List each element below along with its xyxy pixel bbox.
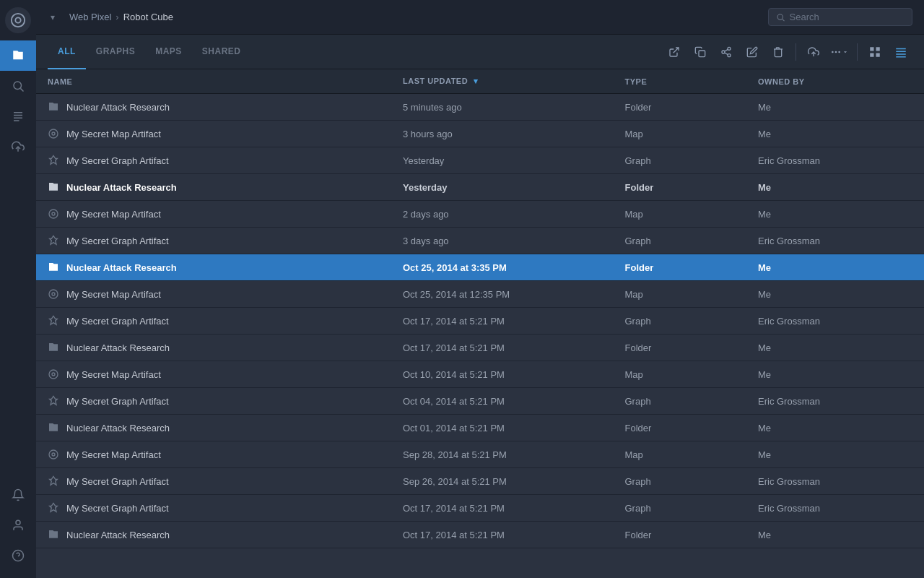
row-name-text: My Secret Map Artifact bbox=[66, 209, 161, 220]
row-name-text: My Secret Map Artifact bbox=[66, 129, 161, 139]
table-row[interactable]: My Secret Graph Artifact Oct 17, 2014 at… bbox=[36, 308, 924, 335]
toolbar: ALL GRAPHS MAPS SHARED bbox=[36, 35, 924, 69]
share-button[interactable] bbox=[715, 40, 738, 64]
table-row[interactable]: Nuclear Attack Research Oct 01, 2014 at … bbox=[36, 415, 924, 441]
svg-point-32 bbox=[52, 212, 55, 215]
logo-icon[interactable] bbox=[5, 7, 31, 33]
breadcrumb-separator: › bbox=[116, 12, 118, 22]
col-name: NAME bbox=[36, 69, 391, 94]
table-row[interactable]: Nuclear Attack Research Oct 25, 2014 at … bbox=[36, 254, 924, 281]
sidebar-item-search[interactable] bbox=[0, 71, 36, 101]
delete-button[interactable] bbox=[767, 40, 790, 64]
row-name-text: My Secret Graph Artifact bbox=[66, 236, 169, 246]
col-type: TYPE bbox=[614, 69, 747, 94]
upload-button[interactable] bbox=[802, 40, 825, 64]
project-dropdown-icon[interactable]: ▾ bbox=[51, 12, 55, 22]
row-owned-by: Me bbox=[746, 201, 924, 228]
search-input[interactable] bbox=[790, 12, 905, 22]
row-type: Map bbox=[614, 361, 747, 388]
row-owned-by: Eric Grossman bbox=[746, 308, 924, 335]
row-type: Folder bbox=[614, 254, 747, 281]
open-button[interactable] bbox=[663, 40, 686, 64]
folder-icon bbox=[48, 422, 59, 434]
row-type: Graph bbox=[614, 308, 747, 335]
sidebar-item-notifications[interactable] bbox=[0, 480, 36, 510]
table-row[interactable]: My Secret Map Artifact Oct 10, 2014 at 5… bbox=[36, 361, 924, 388]
sidebar bbox=[0, 0, 36, 578]
svg-rect-27 bbox=[896, 53, 906, 55]
table-row[interactable]: Nuclear Attack Research Yesterday Folder… bbox=[36, 174, 924, 201]
tab-graphs[interactable]: GRAPHS bbox=[86, 35, 145, 69]
row-name-text: Nuclear Attack Research bbox=[66, 262, 177, 273]
row-owned-by: Me bbox=[746, 415, 924, 441]
tab-shared[interactable]: SHARED bbox=[192, 35, 251, 69]
breadcrumb-web-pixel[interactable]: Web Pixel bbox=[69, 12, 111, 22]
svg-point-35 bbox=[49, 370, 58, 379]
sidebar-item-help[interactable] bbox=[0, 540, 36, 571]
row-last-updated: Sep 26, 2014 at 5:21 PM bbox=[391, 468, 614, 495]
table-row[interactable]: My Secret Map Artifact 2 days ago Map Me bbox=[36, 201, 924, 228]
table-row[interactable]: My Secret Map Artifact 3 hours ago Map M… bbox=[36, 121, 924, 147]
search-box[interactable] bbox=[768, 8, 912, 26]
sidebar-item-files[interactable] bbox=[0, 40, 36, 71]
row-last-updated: Oct 17, 2014 at 5:21 PM bbox=[391, 522, 614, 548]
row-owned-by: Me bbox=[746, 94, 924, 121]
table-row[interactable]: My Secret Graph Artifact 3 days ago Grap… bbox=[36, 228, 924, 254]
items-table: NAME LAST UPDATED ▾ TYPE OWNED BY Nuclea… bbox=[36, 69, 924, 548]
table-row[interactable]: Nuclear Attack Research Oct 17, 2014 at … bbox=[36, 522, 924, 548]
graph-icon bbox=[48, 155, 59, 166]
table-row[interactable]: My Secret Graph Artifact Oct 17, 2014 at… bbox=[36, 495, 924, 522]
table-row[interactable]: Nuclear Attack Research 5 minutes ago Fo… bbox=[36, 94, 924, 121]
row-owned-by: Me bbox=[746, 121, 924, 147]
graph-icon bbox=[48, 315, 59, 327]
svg-rect-26 bbox=[896, 51, 906, 52]
breadcrumb-robot-cube[interactable]: Robot Cube bbox=[123, 12, 173, 22]
sidebar-item-upload[interactable] bbox=[0, 131, 36, 162]
row-owned-by: Me bbox=[746, 441, 924, 468]
copy-button[interactable] bbox=[689, 40, 712, 64]
row-name-text: My Secret Graph Artifact bbox=[66, 396, 169, 407]
row-name-text: My Secret Map Artifact bbox=[66, 289, 161, 300]
row-last-updated: Yesterday bbox=[391, 147, 614, 174]
row-last-updated: Oct 25, 2014 at 12:35 PM bbox=[391, 281, 614, 308]
row-last-updated: 3 hours ago bbox=[391, 121, 614, 147]
row-owned-by: Eric Grossman bbox=[746, 495, 924, 522]
table-row[interactable]: Nuclear Attack Research Oct 17, 2014 at … bbox=[36, 335, 924, 361]
svg-point-20 bbox=[832, 51, 833, 52]
table-row[interactable]: My Secret Graph Artifact Yesterday Graph… bbox=[36, 147, 924, 174]
row-last-updated: 5 minutes ago bbox=[391, 94, 614, 121]
edit-button[interactable] bbox=[741, 40, 764, 64]
row-name-text: My Secret Graph Artifact bbox=[66, 503, 169, 514]
table-row[interactable]: My Secret Map Artifact Oct 25, 2014 at 1… bbox=[36, 281, 924, 308]
row-type: Graph bbox=[614, 388, 747, 415]
table-row[interactable]: My Secret Graph Artifact Oct 04, 2014 at… bbox=[36, 388, 924, 415]
header: ▾ Web Pixel › Robot Cube bbox=[36, 0, 924, 35]
row-name-text: Nuclear Attack Research bbox=[66, 102, 170, 113]
row-owned-by: Eric Grossman bbox=[746, 228, 924, 254]
sidebar-item-feed[interactable] bbox=[0, 101, 36, 131]
col-last-updated[interactable]: LAST UPDATED ▾ bbox=[391, 69, 614, 94]
sort-arrow-icon: ▾ bbox=[474, 77, 479, 85]
row-owned-by: Me bbox=[746, 254, 924, 281]
folder-icon bbox=[48, 262, 59, 273]
more-button[interactable] bbox=[828, 40, 851, 64]
tab-maps[interactable]: MAPS bbox=[145, 35, 192, 69]
tab-all[interactable]: ALL bbox=[48, 35, 86, 69]
row-last-updated: Oct 10, 2014 at 5:21 PM bbox=[391, 361, 614, 388]
breadcrumb: Web Pixel › Robot Cube bbox=[69, 12, 173, 22]
row-name-text: My Secret Graph Artifact bbox=[66, 155, 169, 166]
table-row[interactable]: My Secret Graph Artifact Sep 26, 2014 at… bbox=[36, 468, 924, 495]
row-owned-by: Eric Grossman bbox=[746, 468, 924, 495]
svg-line-10 bbox=[674, 48, 679, 53]
toolbar-separator-1 bbox=[796, 43, 796, 61]
list-view-button[interactable] bbox=[889, 40, 912, 64]
sidebar-item-user[interactable] bbox=[0, 510, 36, 540]
row-name-text: Nuclear Attack Research bbox=[66, 342, 170, 353]
table-row[interactable]: My Secret Map Artifact Sep 28, 2014 at 5… bbox=[36, 441, 924, 468]
grid-view-button[interactable] bbox=[863, 40, 886, 64]
row-owned-by: Me bbox=[746, 281, 924, 308]
svg-point-29 bbox=[49, 129, 58, 138]
svg-rect-24 bbox=[876, 53, 880, 56]
row-last-updated: Oct 01, 2014 at 5:21 PM bbox=[391, 415, 614, 441]
row-name-text: My Secret Graph Artifact bbox=[66, 476, 169, 487]
